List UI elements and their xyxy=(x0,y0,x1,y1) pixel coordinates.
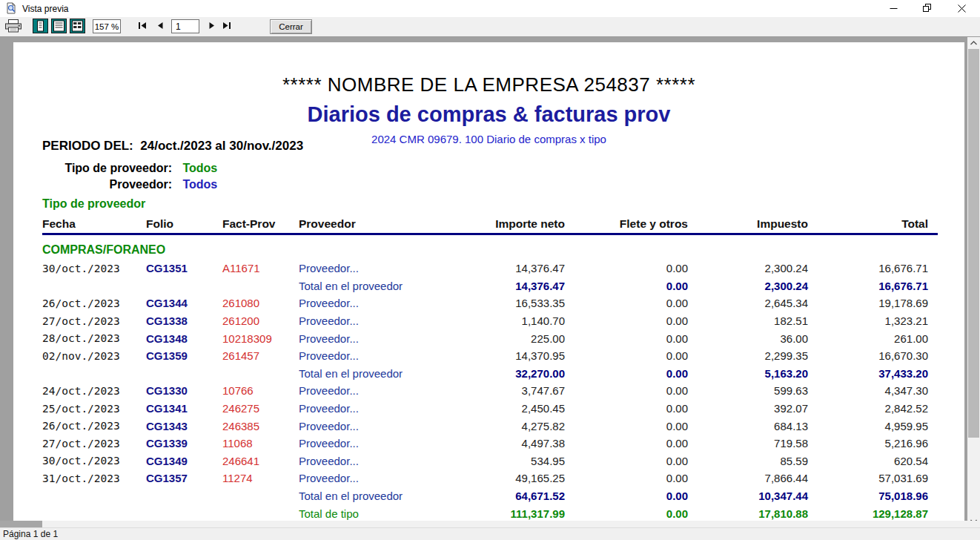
cell-prov: Proveedor... xyxy=(299,349,462,362)
cell-folio: CG1343 xyxy=(146,420,222,432)
cell-prov: Total en el proveedor xyxy=(299,280,462,292)
cell-imp: 36.00 xyxy=(688,332,808,345)
cell-neto: 14,376.47 xyxy=(462,262,565,274)
print-button[interactable] xyxy=(4,19,23,34)
close-button[interactable] xyxy=(944,0,979,17)
table-row: 26/oct./2023CG1344261080Proveedor...16,5… xyxy=(42,294,928,312)
cell-fecha: 25/oct./2023 xyxy=(42,403,146,415)
table-row: 28/oct./2023CG134810218309Proveedor...22… xyxy=(42,329,928,347)
horizontal-scrollbar-thumb[interactable] xyxy=(0,521,42,527)
scrollbar-corner xyxy=(967,521,980,527)
cell-neto: 4,497.38 xyxy=(462,437,565,450)
column-header-folio: Folio xyxy=(146,217,222,231)
cell-prov: Proveedor... xyxy=(299,437,462,450)
section-header: COMPRAS/FORANEO xyxy=(42,243,165,257)
cell-neto: 14,370.95 xyxy=(462,349,565,362)
cell-fecha: 31/oct./2023 xyxy=(42,472,146,484)
cell-folio: CG1351 xyxy=(146,262,222,274)
cell-fact: 246385 xyxy=(222,420,299,432)
cell-prov: Proveedor... xyxy=(299,402,462,415)
column-header-fact-prov: Fact-Prov xyxy=(222,217,299,231)
group-header: Tipo de proveedor xyxy=(42,197,145,211)
column-header-impuesto: Impuesto xyxy=(688,217,808,231)
cell-fact: 246641 xyxy=(222,455,299,467)
full-width-view-icon xyxy=(51,19,67,36)
cell-folio: CG1357 xyxy=(146,472,222,484)
page-number-input[interactable] xyxy=(171,19,199,33)
column-header-proveedor: Proveedor xyxy=(299,217,462,231)
table-row: 27/oct./2023CG1338261200Proveedor...1,14… xyxy=(42,312,928,330)
cell-neto: 49,165.25 xyxy=(462,472,565,484)
minimize-button[interactable] xyxy=(876,0,910,17)
cell-prov: Proveedor... xyxy=(299,384,462,397)
cell-fact: A11671 xyxy=(222,262,299,274)
cell-neto: 225.00 xyxy=(462,332,565,345)
cell-total: 129,128.87 xyxy=(808,507,928,520)
cell-flete: 0.00 xyxy=(565,437,688,450)
restore-button[interactable] xyxy=(910,0,944,17)
next-page-icon xyxy=(208,21,216,33)
next-page-button[interactable] xyxy=(206,21,218,32)
vertical-scrollbar[interactable] xyxy=(967,36,980,527)
table-row: 30/oct./2023CG1351A11671Proveedor...14,3… xyxy=(42,260,928,277)
cell-flete: 0.00 xyxy=(565,297,688,309)
full-width-view-button[interactable] xyxy=(51,19,67,34)
cell-total: 2,842.52 xyxy=(808,402,928,415)
cell-neto: 1,140.70 xyxy=(462,315,565,327)
table-row: Total de tipo111,317.990.0017,810.88129,… xyxy=(42,504,928,521)
cell-prov: Proveedor... xyxy=(299,455,462,467)
cell-total: 19,178.69 xyxy=(808,297,928,309)
table-row: 26/oct./2023CG1343246385Proveedor...4,27… xyxy=(42,417,928,435)
cell-imp: 2,299.35 xyxy=(688,349,808,362)
cerrar-button[interactable]: Cerrar xyxy=(270,19,312,34)
cell-flete: 0.00 xyxy=(565,455,688,467)
period-value: 24/oct./2023 al 30/nov./2023 xyxy=(140,139,303,153)
single-page-view-icon xyxy=(33,19,48,36)
cell-total: 16,676.71 xyxy=(808,262,928,274)
last-page-button[interactable] xyxy=(220,21,234,32)
cell-total: 620.54 xyxy=(808,455,928,467)
cell-flete: 0.00 xyxy=(565,490,688,502)
cell-prov: Proveedor... xyxy=(299,420,462,432)
cell-imp: 7,866.44 xyxy=(688,472,808,484)
preview-area: ***** NOMBRE DE LA EMPRESA 254837 ***** … xyxy=(0,36,967,521)
cell-folio: CG1348 xyxy=(146,332,222,345)
two-page-view-icon xyxy=(70,19,85,36)
cell-imp: 2,300.24 xyxy=(688,280,808,292)
table-row: 02/nov./2023CG1359261457Proveedor...14,3… xyxy=(42,347,928,365)
cell-neto: 2,450.45 xyxy=(462,402,565,415)
cell-prov: Proveedor... xyxy=(299,315,462,327)
table-body: 30/oct./2023CG1351A11671Proveedor...14,3… xyxy=(42,260,928,521)
first-page-button[interactable] xyxy=(136,21,149,32)
table-row: 25/oct./2023CG1341246275Proveedor...2,45… xyxy=(42,400,928,418)
two-page-view-button[interactable] xyxy=(70,19,85,34)
single-page-view-button[interactable] xyxy=(33,19,48,34)
cell-total: 75,018.96 xyxy=(808,490,928,502)
vertical-scrollbar-thumb[interactable] xyxy=(968,49,979,438)
cell-imp: 17,810.88 xyxy=(688,507,808,520)
cell-neto: 534.95 xyxy=(462,455,565,467)
cell-folio: CG1341 xyxy=(146,402,222,415)
cell-flete: 0.00 xyxy=(565,420,688,432)
cell-imp: 719.58 xyxy=(688,437,808,450)
toolbar: Cerrar xyxy=(0,17,980,37)
table-row: 30/oct./2023CG1349246641Proveedor...534.… xyxy=(42,452,928,470)
cell-total: 4,959.95 xyxy=(808,420,928,432)
scroll-up-arrow[interactable] xyxy=(967,36,980,49)
cell-folio: CG1344 xyxy=(146,297,222,309)
filter-proveedor-label: Proveedor: xyxy=(42,178,172,191)
first-page-icon xyxy=(137,21,148,33)
filter-proveedor-value: Todos xyxy=(182,178,217,191)
cell-total: 57,031.69 xyxy=(808,472,928,484)
cell-imp: 2,300.24 xyxy=(688,262,808,274)
cell-flete: 0.00 xyxy=(565,262,688,274)
zoom-level-input[interactable] xyxy=(93,19,121,33)
cell-neto: 4,275.82 xyxy=(462,420,565,432)
report-page: ***** NOMBRE DE LA EMPRESA 254837 ***** … xyxy=(13,42,964,521)
filter-proveedor: Proveedor: Todos xyxy=(42,178,217,191)
horizontal-scrollbar[interactable] xyxy=(0,521,967,527)
status-bar: Página 1 de 1 xyxy=(0,527,980,540)
cell-fact: 261457 xyxy=(222,349,299,362)
previous-page-button[interactable] xyxy=(154,21,166,32)
filter-tipo-proveedor: Tipo de proveedor: Todos xyxy=(42,162,217,175)
